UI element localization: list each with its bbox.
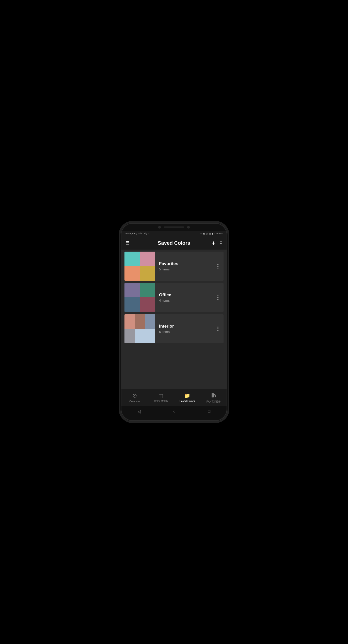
int-c4	[124, 329, 135, 344]
color-match-icon: ◫	[159, 393, 163, 399]
svg-rect-1	[213, 393, 214, 397]
card-name-interior: Interior	[159, 324, 219, 329]
card-info-office: Office 4 items	[155, 288, 224, 306]
card-menu-office[interactable]	[215, 293, 220, 302]
office-grid	[124, 283, 155, 312]
bottom-nav: ⊙ Compare ◫ Color Match 📁 Saved Colors	[121, 389, 227, 406]
status-emergency: Emergency calls only ↑	[125, 232, 149, 235]
interior-top-row	[124, 314, 155, 329]
int-c1	[124, 314, 135, 329]
data-icon: ▤	[209, 233, 211, 235]
page-title: Saved Colors	[158, 240, 190, 246]
card-name-office: Office	[159, 293, 219, 298]
status-right: ✴ ▣ ◎ ▤ ▮ 2:45 PM	[200, 232, 223, 235]
search-button[interactable]: ⌕	[219, 239, 223, 247]
collection-card-interior[interactable]: Interior 6 items	[124, 314, 224, 343]
add-button[interactable]: +	[212, 239, 215, 247]
compare-icon: ⊙	[132, 392, 137, 399]
recents-button[interactable]: □	[208, 409, 211, 414]
speaker	[164, 226, 184, 228]
status-bar: Emergency calls only ↑ ✴ ▣ ◎ ▤ ▮ 2:45 PM	[121, 231, 227, 236]
card-menu-interior[interactable]	[215, 325, 220, 333]
color-list: Favorites 5 items Office	[121, 250, 227, 389]
off-c2	[140, 283, 155, 297]
nav-compare[interactable]: ⊙ Compare	[121, 392, 148, 403]
dot1	[217, 327, 218, 328]
volume-button	[227, 278, 227, 288]
sensor	[187, 226, 190, 228]
dot3	[217, 330, 218, 331]
interior-bottom-row	[124, 329, 155, 344]
card-count-interior: 6 items	[159, 330, 219, 334]
phone-frame: Emergency calls only ↑ ✴ ▣ ◎ ▤ ▮ 2:45 PM…	[121, 223, 227, 421]
app-content: ☰ Saved Colors + ⌕	[121, 236, 227, 406]
nav-saved-colors[interactable]: 📁 Saved Colors	[174, 393, 200, 403]
collection-card-favorites[interactable]: Favorites 5 items	[124, 252, 224, 281]
nav-saved-colors-label: Saved Colors	[180, 400, 195, 403]
card-info-favorites: Favorites 5 items	[155, 257, 224, 275]
int-c3	[145, 314, 155, 329]
favorites-grid-overlay	[124, 252, 155, 281]
wifi-icon: ◎	[206, 233, 208, 235]
dot1	[217, 295, 218, 296]
card-info-interior: Interior 6 items	[155, 320, 224, 338]
svg-rect-2	[214, 393, 216, 397]
vibrate-icon: ▣	[203, 233, 205, 235]
time: 2:45 PM	[214, 232, 223, 235]
pantone-icon	[211, 392, 216, 399]
android-nav: ◁ ○ □	[121, 406, 227, 417]
card-name-favorites: Favorites	[159, 261, 219, 266]
card-count-favorites: 5 items	[159, 267, 219, 271]
battery-icon: ▮	[212, 233, 213, 235]
dot2	[217, 266, 218, 267]
menu-button[interactable]: ☰	[125, 241, 130, 245]
front-camera	[158, 226, 161, 228]
card-count-office: 4 items	[159, 299, 219, 302]
bluetooth-icon: ✴	[200, 233, 202, 235]
nav-color-match[interactable]: ◫ Color Match	[148, 393, 174, 403]
off-c3	[124, 297, 140, 312]
fav-c2	[140, 252, 155, 266]
interior-grid	[124, 314, 155, 343]
saved-colors-icon: 📁	[184, 393, 190, 399]
camera-bar	[121, 224, 227, 231]
dot2	[217, 328, 218, 329]
nav-pantone[interactable]: PANTONE®	[200, 392, 227, 403]
header-actions: + ⌕	[212, 239, 223, 247]
dot1	[217, 264, 218, 265]
power-button	[227, 264, 227, 274]
back-button[interactable]: ◁	[138, 409, 141, 414]
nav-pantone-label: PANTONE®	[207, 400, 220, 403]
off-c4	[140, 297, 155, 312]
nav-compare-label: Compare	[129, 400, 140, 403]
dot3	[217, 299, 218, 300]
int-c2	[135, 314, 145, 329]
fav-c1	[124, 252, 140, 266]
home-button[interactable]: ○	[173, 409, 176, 414]
app-header: ☰ Saved Colors + ⌕	[121, 236, 227, 250]
svg-rect-0	[212, 393, 213, 397]
int-c5	[135, 329, 155, 344]
collection-card-office[interactable]: Office 4 items	[124, 283, 224, 312]
nav-color-match-label: Color Match	[154, 400, 168, 403]
card-menu-favorites[interactable]	[215, 262, 220, 271]
dot2	[217, 297, 218, 298]
off-c1	[124, 283, 140, 297]
phone-bottom-bar	[121, 417, 227, 420]
dot3	[217, 268, 218, 269]
